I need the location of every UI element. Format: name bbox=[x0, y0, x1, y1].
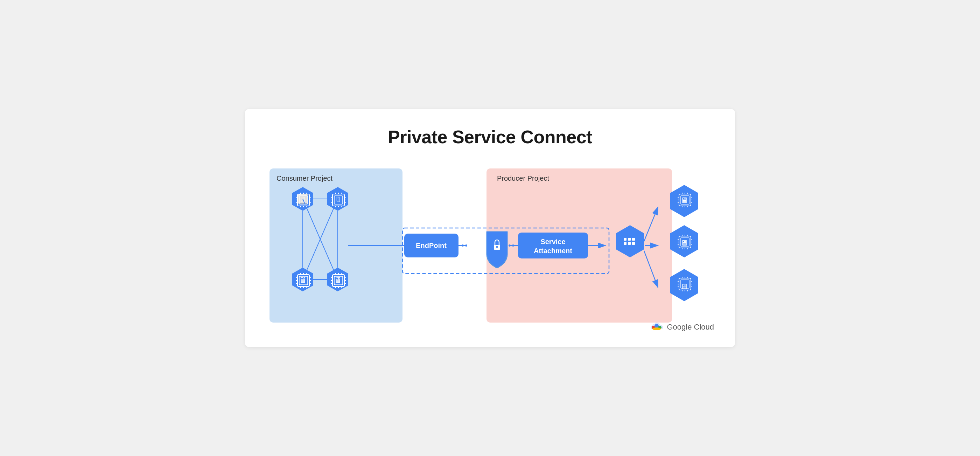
svg-text:🖥: 🖥 bbox=[299, 276, 307, 284]
svg-rect-11 bbox=[632, 238, 635, 241]
svg-rect-9 bbox=[624, 238, 627, 241]
google-cloud-logo: Google Cloud bbox=[649, 321, 714, 333]
diagram-card: Private Service Connect Consumer Project… bbox=[245, 109, 735, 347]
consumer-label: Consumer Project bbox=[277, 174, 333, 182]
sa-line2: Attachment bbox=[534, 247, 572, 255]
svg-text:🖥: 🖥 bbox=[334, 276, 342, 284]
svg-rect-10 bbox=[628, 238, 631, 241]
google-cloud-text: Google Cloud bbox=[667, 322, 714, 332]
svg-point-120 bbox=[652, 327, 661, 330]
gc-logo-icon bbox=[649, 321, 664, 333]
main-diagram-svg: Consumer Project Producer Project ⬜ 🖥 🖥 … bbox=[266, 165, 714, 333]
lock-hole bbox=[496, 246, 498, 248]
svg-rect-12 bbox=[624, 242, 627, 245]
endpoint-label: EndPoint bbox=[416, 242, 447, 249]
page-title: Private Service Connect bbox=[266, 126, 714, 147]
svg-rect-13 bbox=[628, 242, 631, 245]
producer-label: Producer Project bbox=[497, 174, 549, 182]
svg-point-5 bbox=[461, 244, 464, 247]
svg-rect-14 bbox=[632, 242, 635, 245]
svg-text:🖥: 🖥 bbox=[680, 196, 688, 204]
sa-line1: Service bbox=[540, 238, 565, 246]
svg-point-6 bbox=[465, 244, 467, 247]
diagram-area: Consumer Project Producer Project ⬜ 🖥 🖥 … bbox=[266, 165, 714, 333]
